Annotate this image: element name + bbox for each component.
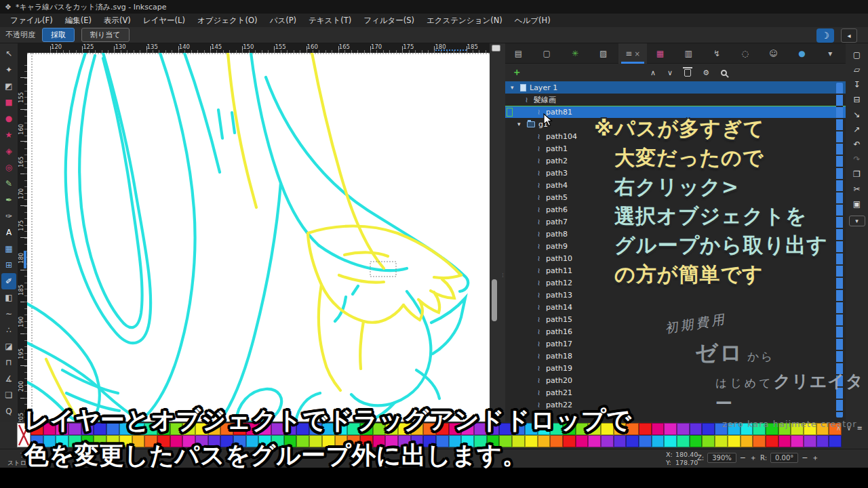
menu-item[interactable]: オブジェクト(O) (191, 14, 264, 27)
collapse-panel-button[interactable]: ◂ (841, 28, 857, 43)
commands-more-button[interactable]: ▾ (849, 216, 865, 226)
tweak-tool-icon[interactable]: ∼ (1, 306, 16, 322)
pick-button[interactable]: 採取 (42, 28, 75, 42)
tab-xml-editor[interactable]: ▥ (675, 43, 704, 64)
color-swatch[interactable] (652, 435, 665, 447)
color-swatch[interactable] (677, 435, 690, 447)
tab-arrange[interactable]: ↯ (704, 43, 732, 64)
color-swatch[interactable] (652, 423, 665, 435)
redo-button[interactable]: ↷ (850, 153, 865, 165)
fill-bucket-tool-icon[interactable]: ◧ (1, 289, 16, 306)
rotation-value[interactable]: 0.00° (770, 453, 798, 463)
color-swatch[interactable] (829, 435, 842, 447)
color-swatch[interactable] (702, 435, 715, 447)
pages-tool-icon[interactable]: ❏ (1, 387, 16, 403)
export-button[interactable]: ↗ (850, 123, 865, 136)
zoom-plus-button[interactable]: ＋ (749, 453, 757, 463)
tab-more[interactable]: ▾ (817, 43, 846, 64)
menu-item[interactable]: 編集(E) (59, 14, 98, 27)
menu-item[interactable]: ファイル(F) (4, 14, 59, 27)
color-swatch[interactable] (639, 423, 652, 435)
new-document-button[interactable]: ▢ (850, 49, 865, 61)
tab-swatches[interactable]: ▦ (647, 43, 675, 64)
menu-item[interactable]: パス(P) (264, 14, 302, 27)
rectangle-tool-icon[interactable]: ■ (1, 94, 16, 110)
eraser-tool-icon[interactable]: ◪ (1, 338, 16, 354)
gradient-tool-icon[interactable]: ▦ (1, 241, 16, 257)
spray-tool-icon[interactable]: ∴ (1, 322, 16, 338)
color-swatch[interactable] (753, 435, 766, 447)
tree-row-path[interactable]: ≀ path14 (505, 301, 846, 313)
save-document-button[interactable]: ↧ (850, 79, 865, 91)
tree-row-path[interactable]: ≀ path13 (505, 289, 846, 301)
move-up-button[interactable]: ∧ (650, 68, 656, 77)
pencil-tool-icon[interactable]: ✎ (1, 176, 16, 192)
add-layer-button[interactable]: ＋ (512, 66, 521, 79)
connector-tool-icon[interactable]: ⊓ (1, 354, 16, 371)
panel-search-button[interactable] (721, 70, 727, 76)
zoom-value[interactable]: 390% (707, 453, 736, 463)
print-button[interactable]: ⊟ (850, 94, 865, 106)
tab-messages[interactable]: ● (789, 43, 817, 64)
box3d-tool-icon[interactable]: ◈ (1, 143, 16, 159)
color-swatch[interactable] (741, 435, 753, 447)
cut-button[interactable]: ✂ (850, 183, 865, 195)
zoom-tool-icon[interactable]: Q (1, 403, 16, 420)
copy-button[interactable]: ❐ (850, 168, 865, 180)
calligraphy-tool-icon[interactable]: ✑ (1, 208, 16, 224)
spiral-tool-icon[interactable]: ◎ (1, 159, 16, 176)
open-document-button[interactable]: ▱ (850, 64, 865, 76)
undo-button[interactable]: ↶ (850, 138, 865, 150)
tab-document-properties[interactable]: ▢ (534, 43, 562, 64)
tab-transform[interactable]: ▨ (590, 43, 618, 64)
panel-resize-grip[interactable]: ⋮ (500, 274, 503, 285)
rotation-plus-button[interactable]: ＋ (812, 453, 819, 463)
star-tool-icon[interactable]: ★ (1, 127, 16, 143)
color-swatch[interactable] (639, 435, 652, 447)
menu-item[interactable]: ヘルプ(H) (509, 14, 557, 27)
color-swatch[interactable] (715, 435, 728, 447)
color-swatch[interactable] (778, 435, 791, 447)
expand-arrow-icon[interactable]: ▾ (511, 84, 517, 91)
delete-layer-button[interactable] (684, 69, 691, 77)
color-swatch[interactable] (690, 435, 703, 447)
text-tool-icon[interactable]: A (1, 224, 16, 241)
color-swatch[interactable] (816, 435, 829, 447)
color-swatch[interactable] (728, 435, 741, 447)
tab-spellcheck[interactable]: ☺ (760, 43, 789, 64)
selector-tool-icon[interactable]: ↖ (1, 45, 16, 62)
move-down-button[interactable]: ∨ (667, 68, 673, 77)
menu-item[interactable]: フィルター(S) (357, 14, 420, 27)
zoom-minus-button[interactable]: − (740, 453, 746, 462)
tree-row-layer1[interactable]: ▾ Layer 1 (505, 81, 846, 94)
menu-item[interactable]: 表示(V) (98, 14, 137, 27)
tab-find[interactable]: ◌ (732, 43, 760, 64)
horizontal-ruler[interactable]: 1201251301351401451501551601651701751801… (27, 43, 490, 53)
color-swatch[interactable] (664, 435, 677, 447)
tree-row-sublayer[interactable]: ≀ 髪線画 (505, 94, 846, 106)
rotation-minus-button[interactable]: − (802, 453, 808, 462)
paste-button[interactable]: ▣ (850, 198, 865, 210)
color-swatch[interactable] (791, 435, 804, 447)
pen-tool-icon[interactable]: ✒ (1, 192, 16, 208)
canvas[interactable] (27, 53, 490, 422)
expand-arrow-icon[interactable]: ▾ (517, 121, 524, 127)
measure-tool-icon[interactable]: ∡ (1, 371, 16, 387)
tab-align[interactable]: ▤ (505, 43, 534, 64)
layer-name[interactable]: Layer 1 (530, 83, 557, 92)
mesh-tool-icon[interactable]: ⊞ (1, 257, 16, 273)
ellipse-tool-icon[interactable]: ● (1, 110, 16, 127)
canvas-vertical-scrollbar[interactable] (492, 279, 497, 321)
sublayer-name[interactable]: 髪線画 (534, 95, 556, 105)
node-tool-icon[interactable]: ✦ (1, 62, 16, 78)
snap-toggle-button[interactable]: ☽ (816, 28, 834, 43)
import-button[interactable]: ↘ (850, 108, 865, 121)
menu-item[interactable]: テキスト(T) (302, 14, 357, 27)
tab-fill-stroke[interactable]: ✳ (562, 43, 591, 64)
dropper-tool-icon[interactable]: ✐ (1, 273, 16, 289)
tab-close-icon[interactable]: × (634, 50, 639, 58)
tab-objects[interactable]: ≡ × (618, 43, 647, 64)
color-swatch[interactable] (804, 435, 816, 447)
vertical-ruler[interactable]: 155160165170175180185190195200205 (18, 53, 27, 422)
menu-item[interactable]: エクステンション(N) (420, 14, 509, 27)
